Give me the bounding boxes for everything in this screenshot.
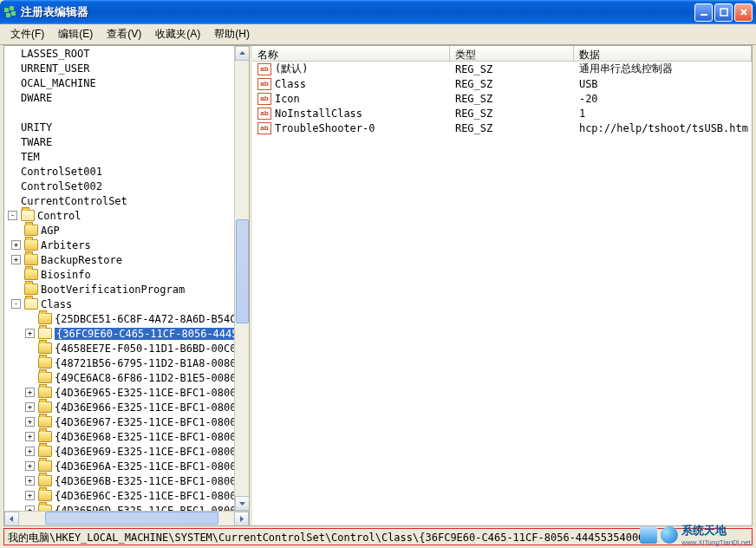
menu-help[interactable]: 帮助(H): [207, 25, 257, 43]
menu-file[interactable]: 文件(F): [3, 25, 51, 43]
value-row[interactable]: TroubleShooter-0REG_SZhcp://help/tshoot/…: [252, 121, 752, 135]
folder-icon: [38, 328, 52, 339]
menu-edit[interactable]: 编辑(E): [51, 25, 100, 43]
column-header-name[interactable]: 名称: [252, 46, 450, 61]
value-data: -20: [576, 93, 752, 105]
folder-icon: [38, 431, 52, 442]
watermark-brand: 系统天地: [681, 524, 727, 537]
tree-item[interactable]: +Arbiters: [4, 238, 250, 252]
expand-icon[interactable]: +: [25, 461, 35, 471]
value-data: hcp://help/tshoot/tsUSB.htm: [576, 122, 752, 134]
tree-item-label: URRENT_USER: [21, 62, 89, 75]
scroll-left-button[interactable]: [4, 512, 19, 525]
value-type: REG_SZ: [452, 78, 576, 90]
tree-item[interactable]: +{4D36E968-E325-11CE-BFC1-08002BE10318}: [4, 429, 250, 444]
tree-item[interactable]: URITY: [4, 120, 250, 134]
folder-icon: [24, 239, 38, 251]
expand-icon[interactable]: +: [25, 388, 35, 397]
value-row[interactable]: NoInstallClassREG_SZ1: [252, 106, 752, 121]
tree-item[interactable]: +{36FC9E60-C465-11CF-8056-444553540000}: [4, 326, 250, 341]
tree-item[interactable]: CurrentControlSet: [4, 193, 250, 208]
tree-item[interactable]: [4, 105, 250, 120]
tree-item[interactable]: +{4D36E96C-E325-11CE-BFC1-08002BE10318}: [4, 488, 250, 503]
tree-item[interactable]: +{4D36E96A-E325-11CE-BFC1-08002BE10318}: [4, 459, 250, 473]
tree-item[interactable]: +{4D36E965-E325-11CE-BFC1-08002BE10318}: [4, 385, 250, 400]
string-value-icon: [257, 93, 271, 105]
folder-icon: [24, 298, 38, 310]
tree-item-label: TWARE: [21, 136, 52, 148]
tree-item[interactable]: TWARE: [4, 134, 250, 149]
tree-horizontal-scrollbar[interactable]: [4, 511, 249, 525]
tree-item[interactable]: AGP: [4, 223, 250, 238]
menu-view[interactable]: 查看(V): [100, 25, 148, 43]
tree-item-label: BackupRestore: [41, 254, 122, 266]
folder-icon: [24, 225, 38, 236]
expand-icon[interactable]: +: [11, 255, 21, 264]
expand-icon[interactable]: +: [25, 476, 35, 486]
folder-icon: [24, 269, 38, 280]
scroll-up-button[interactable]: [235, 46, 250, 61]
tree-item[interactable]: Biosinfo: [4, 267, 250, 282]
collapse-icon[interactable]: -: [8, 211, 17, 220]
scroll-down-button[interactable]: [235, 496, 250, 511]
expand-icon[interactable]: +: [25, 447, 35, 456]
tree-item[interactable]: +{4D36E966-E325-11CE-BFC1-08002BE10318}: [4, 400, 250, 414]
tree-item[interactable]: -Control: [4, 208, 250, 223]
expand-icon[interactable]: +: [25, 491, 35, 500]
value-row[interactable]: (默认)REG_SZ通用串行总线控制器: [252, 62, 752, 76]
tree-item[interactable]: LASSES_ROOT: [4, 46, 250, 61]
expand-icon[interactable]: +: [25, 432, 35, 441]
tree-item-label: BootVerificationProgram: [41, 284, 185, 296]
column-header-type[interactable]: 类型: [450, 46, 574, 61]
tree-item-label: DWARE: [21, 92, 52, 104]
collapse-icon[interactable]: -: [11, 299, 21, 309]
folder-icon: [38, 475, 52, 486]
folder-icon: [38, 401, 52, 413]
menu-favorites[interactable]: 收藏夹(A): [148, 25, 207, 43]
tree-item[interactable]: {4658EE7E-F050-11D1-B6BD-00C04FA372A7}: [4, 341, 250, 356]
tree-item[interactable]: BootVerificationProgram: [4, 282, 250, 297]
tree-item[interactable]: +{4D36E96B-E325-11CE-BFC1-08002BE10318}: [4, 473, 250, 488]
svg-rect-5: [720, 9, 727, 16]
expand-icon[interactable]: +: [25, 402, 35, 412]
tree-item[interactable]: {48721B56-6795-11D2-B1A8-0080C72E74A2}: [4, 356, 250, 370]
value-row[interactable]: IconREG_SZ-20: [252, 91, 752, 106]
close-button[interactable]: [734, 3, 753, 22]
tree-item[interactable]: TEM: [4, 149, 250, 164]
column-header-data[interactable]: 数据: [574, 46, 752, 61]
tree-item[interactable]: {25DBCE51-6C8F-4A72-8A6D-B54C2B4FC835}: [4, 311, 250, 326]
tree-item-label: {48721B56-6795-11D2-B1A8-0080C72E74A2}: [55, 357, 250, 369]
tree-item[interactable]: -Class: [4, 297, 250, 311]
tree-item[interactable]: OCAL_MACHINE: [4, 75, 250, 90]
value-row[interactable]: ClassREG_SZUSB: [252, 76, 752, 91]
tree-item-label: {49CE6AC8-6F86-11D2-B1E5-0080C72E74A2}: [55, 372, 250, 384]
tree-item[interactable]: +BackupRestore: [4, 252, 250, 267]
tree-item[interactable]: ControlSet002: [4, 179, 250, 193]
watermark-url: www.XiTongTianDi.net: [681, 538, 751, 546]
tree-item[interactable]: ControlSet001: [4, 164, 250, 179]
value-type: REG_SZ: [452, 108, 576, 120]
expand-icon[interactable]: +: [11, 240, 21, 250]
string-value-icon: [257, 63, 271, 75]
expand-icon[interactable]: +: [25, 329, 35, 338]
string-value-icon: [257, 122, 271, 134]
expand-icon[interactable]: +: [25, 417, 35, 427]
value-data: USB: [576, 78, 752, 90]
tree-item[interactable]: +{4D36E967-E325-11CE-BFC1-08002BE10318}: [4, 414, 250, 429]
tree-vertical-scrollbar[interactable]: [234, 46, 249, 525]
tree-item[interactable]: {49CE6AC8-6F86-11D2-B1E5-0080C72E74A2}: [4, 370, 250, 385]
hscroll-thumb[interactable]: [45, 512, 218, 525]
maximize-button[interactable]: [714, 3, 733, 22]
svg-rect-1: [10, 6, 14, 10]
tree-item-label: {4658EE7E-F050-11D1-B6BD-00C04FA372A7}: [55, 342, 250, 355]
tree-item[interactable]: +{4D36E969-E325-11CE-BFC1-08002BE10318}: [4, 444, 250, 459]
svg-rect-4: [701, 14, 707, 16]
scroll-right-button[interactable]: [234, 512, 249, 525]
tree-item-label: CurrentControlSet: [21, 195, 127, 207]
minimize-button[interactable]: [694, 3, 713, 22]
string-value-icon: [257, 78, 271, 90]
tree-item[interactable]: DWARE: [4, 90, 250, 105]
tree-item[interactable]: URRENT_USER: [4, 61, 250, 75]
scroll-thumb[interactable]: [236, 219, 249, 323]
tree-item-label: {4D36E967-E325-11CE-BFC1-08002BE10318}: [55, 416, 250, 428]
